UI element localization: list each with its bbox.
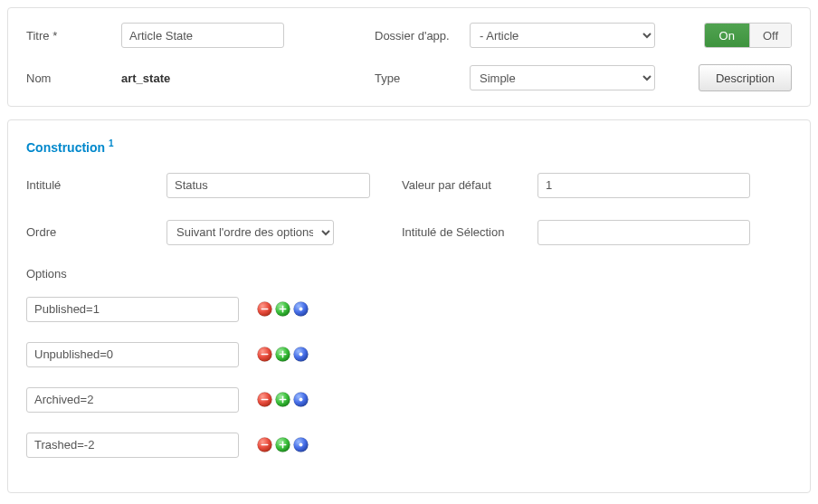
defaut-input[interactable] xyxy=(537,173,750,198)
add-icon[interactable] xyxy=(275,392,290,407)
svg-rect-4 xyxy=(282,306,284,313)
dossier-label: Dossier d'app. xyxy=(375,29,470,43)
intitule-input[interactable] xyxy=(166,173,370,198)
toggle-on[interactable]: On xyxy=(705,24,749,47)
move-icon[interactable] xyxy=(293,347,309,362)
svg-rect-22 xyxy=(262,444,269,446)
options-label: Options xyxy=(26,267,792,281)
titre-label: Titre * xyxy=(26,29,121,43)
ordre-select[interactable]: Suivant l'ordre des options xyxy=(166,220,334,245)
add-icon[interactable] xyxy=(275,437,290,452)
nom-value: art_state xyxy=(121,71,170,85)
option-input[interactable] xyxy=(26,387,239,413)
move-icon[interactable] xyxy=(293,437,309,452)
svg-rect-11 xyxy=(282,351,284,358)
svg-rect-8 xyxy=(262,354,269,356)
type-select[interactable]: Simple xyxy=(470,65,655,90)
option-row xyxy=(26,342,792,367)
svg-rect-1 xyxy=(262,309,269,310)
option-input[interactable] xyxy=(26,433,239,458)
move-icon[interactable] xyxy=(293,392,309,407)
selection-input[interactable] xyxy=(537,220,750,245)
add-icon[interactable] xyxy=(275,347,290,362)
ordre-label: Ordre xyxy=(26,225,166,239)
remove-icon[interactable] xyxy=(257,392,272,407)
option-input[interactable] xyxy=(26,297,239,322)
remove-icon[interactable] xyxy=(257,301,272,317)
svg-rect-25 xyxy=(282,442,284,449)
option-input[interactable] xyxy=(26,342,239,367)
add-icon[interactable] xyxy=(275,301,290,317)
svg-point-20 xyxy=(300,398,303,402)
section-title: Construction 1 xyxy=(26,138,792,155)
description-button[interactable]: Description xyxy=(699,64,792,91)
svg-point-6 xyxy=(300,308,303,311)
move-icon[interactable] xyxy=(293,301,309,317)
option-row xyxy=(26,297,792,322)
status-toggle[interactable]: On Off xyxy=(704,23,792,48)
svg-point-13 xyxy=(300,353,303,357)
type-label: Type xyxy=(375,71,470,85)
svg-point-27 xyxy=(300,443,303,447)
selection-label: Intitulé de Sélection xyxy=(402,225,537,239)
svg-rect-15 xyxy=(262,399,269,401)
option-row xyxy=(26,387,792,413)
remove-icon[interactable] xyxy=(257,347,272,362)
intitule-label: Intitulé xyxy=(26,178,166,192)
toggle-off[interactable]: Off xyxy=(749,24,791,47)
titre-input[interactable] xyxy=(121,23,284,48)
defaut-label: Valeur par défaut xyxy=(402,178,537,192)
svg-rect-18 xyxy=(282,396,284,404)
dossier-select[interactable]: - Article xyxy=(470,23,655,48)
nom-label: Nom xyxy=(26,71,121,85)
option-row xyxy=(26,433,792,458)
remove-icon[interactable] xyxy=(257,437,272,452)
